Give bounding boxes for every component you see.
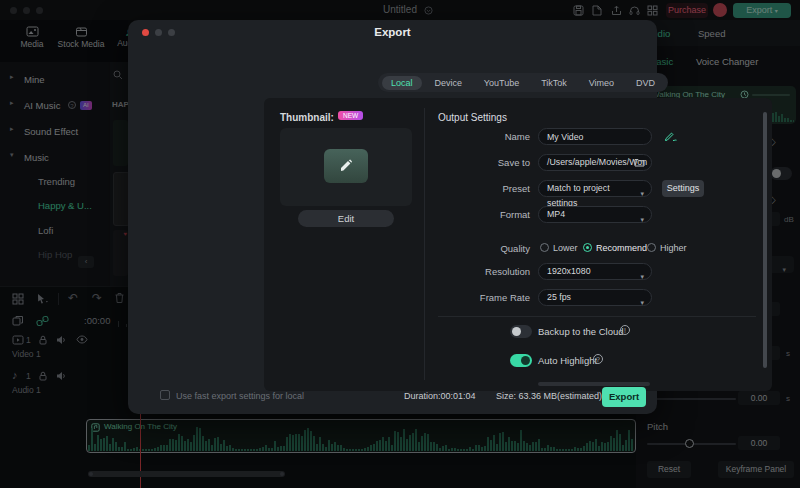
saveto-field[interactable]: /Users/apple/Movies/Won [538,154,652,171]
fast-export-checkbox[interactable] [160,390,170,400]
backup-cloud-toggle[interactable] [510,325,532,338]
chevron-down-icon: ▾ [640,295,644,310]
resolution-label: Resolution [450,266,530,277]
chevron-down-icon: ▾ [640,212,644,227]
info-icon: ! [620,325,630,335]
folder-icon[interactable] [634,158,645,167]
resolution-select[interactable]: 1920x1080 ▾ [538,263,652,280]
export-dialog: Export Local Device YouTube TikTok Vimeo… [128,20,657,414]
thumbnail-edit-button[interactable] [324,149,368,183]
tab-vimeo[interactable]: Vimeo [580,76,623,90]
export-settings-panel: Thumbnail: NEW Edit Output Settings Name… [264,98,772,391]
dialog-title: Export [128,26,657,38]
thumbnail-preview[interactable] [280,128,412,206]
framerate-select[interactable]: 25 fps ▾ [538,289,652,306]
format-select[interactable]: MP4 ▾ [538,206,652,223]
help-icon: ? [593,354,603,364]
backup-cloud-label: Backup to the Cloud [538,326,624,337]
tab-youtube[interactable]: YouTube [475,76,528,90]
radio-higher-label: Higher [660,243,687,253]
preset-label: Preset [450,183,530,194]
new-badge: NEW [338,111,363,120]
framerate-label: Frame Rate [450,292,530,303]
pencil-icon [339,159,353,173]
name-input[interactable] [538,128,652,145]
panel-vscrollbar[interactable] [763,112,767,368]
edit-button[interactable]: Edit [298,210,394,227]
chevron-down-icon: ▾ [640,269,644,284]
settings-button[interactable]: Settings [662,180,704,197]
name-label: Name [450,131,530,142]
thumbnail-label: Thumbnail: [280,112,334,123]
tab-tiktok[interactable]: TikTok [532,76,576,90]
size-text: Size: 63.36 MB(estimated) [496,391,602,401]
radio-lower-label: Lower [553,243,578,253]
radio-recommend[interactable] [583,243,592,252]
chevron-down-icon: ▾ [640,186,644,201]
radio-recommend-label: Recommend [596,243,647,253]
app-window: Untitled Purchase Export ▾ Media [0,0,800,488]
export-confirm-button[interactable]: Export [602,387,646,407]
tab-device[interactable]: Device [425,76,471,90]
tab-dvd[interactable]: DVD [627,76,664,90]
preset-select[interactable]: Match to project settings ▾ [538,180,652,197]
saveto-label: Save to [450,157,530,168]
format-label: Format [450,209,530,220]
fast-export-label: Use fast export settings for local [176,391,304,401]
rename-pencil-icon[interactable] [664,131,677,142]
panel-hscrollbar[interactable] [538,382,650,386]
output-settings-header: Output Settings [438,112,507,123]
auto-highlight-label: Auto Highlight [538,355,597,366]
export-target-tabs: Local Device YouTube TikTok Vimeo DVD [378,73,668,92]
radio-lower[interactable] [540,243,549,252]
duration-text: Duration:00:01:04 [404,391,476,401]
quality-label: Quality [450,243,530,254]
auto-highlight-toggle[interactable] [510,354,532,367]
settings-divider [438,316,756,317]
tab-local[interactable]: Local [382,76,422,90]
panel-divider [424,108,425,380]
radio-higher[interactable] [647,243,656,252]
